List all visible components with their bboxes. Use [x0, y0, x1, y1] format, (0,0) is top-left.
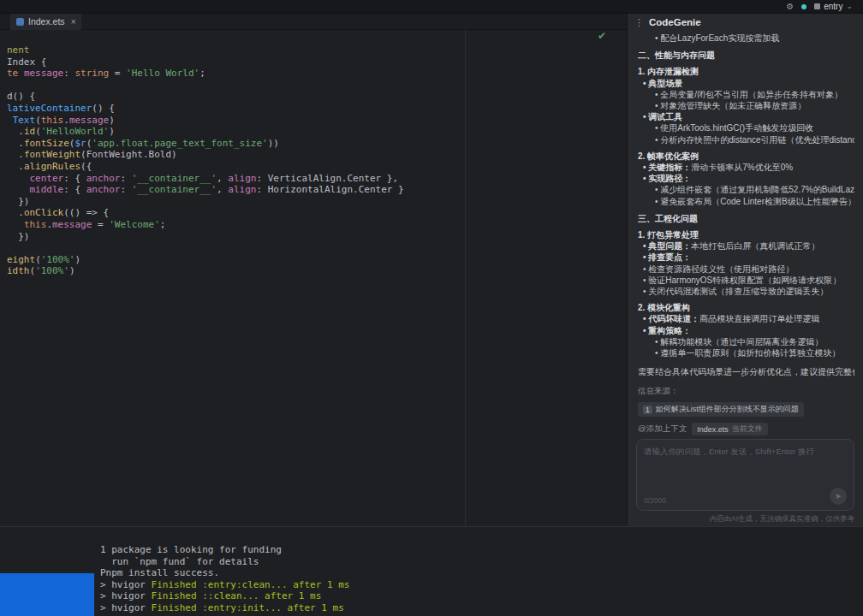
code-line: eight('100%') [7, 254, 404, 266]
module-icon [814, 3, 820, 9]
token: fontSize [24, 138, 69, 149]
send-icon: ➤ [835, 492, 842, 500]
assistant-line: • 解耦功能模块（通过中间层隔离业务逻辑） [638, 336, 854, 347]
token: . [7, 207, 24, 218]
gear-icon[interactable]: ⚙ [786, 3, 794, 11]
token: : [63, 68, 74, 79]
close-icon[interactable]: × [71, 17, 76, 27]
token: }) [7, 196, 30, 207]
assistant-line: • 排查要点： [638, 252, 854, 263]
run-config-label: entry [824, 2, 842, 11]
token: idth [7, 265, 30, 276]
assistant-line: 需要结合具体代码场景进一步分析优化点，建议提供完整代码片段以便精准定位问题 [638, 366, 854, 377]
code-line: idth('100%') [7, 265, 404, 277]
editor-pane: Index.ets × nentIndex {te message: strin… [0, 14, 627, 526]
assistant-line: • 关键指标：滑动卡顿率从7%优化至0% [638, 162, 854, 173]
token: Pnpm install success. [100, 567, 219, 578]
token: message [24, 68, 63, 79]
token: align [228, 184, 256, 195]
ai-disclaimer: 内容由AI生成，无法确保真实准确，仅供参考 [628, 511, 863, 526]
code-line: .onClick(() => { [7, 207, 404, 219]
token: eight [7, 254, 35, 265]
token: message [69, 115, 109, 126]
terminal-line: > hvigor Finished :entry:clean... after … [100, 579, 863, 591]
panel-header: ⋮ CodeGenie [628, 14, 863, 31]
kebab-menu-icon[interactable]: ⋮ [634, 17, 644, 28]
assistant-line: • 代码坏味道：商品模块直接调用订单处理逻辑 [638, 313, 854, 324]
editor-tab-bar: Index.ets × [0, 14, 627, 30]
code-line: Index { [7, 56, 404, 68]
status-dot-icon [801, 4, 806, 9]
token: ) [69, 265, 75, 276]
token: '100%' [41, 254, 75, 265]
token: onClick [24, 207, 63, 218]
assistant-line: • 关闭代码混淆测试（排查压缩导致的逻辑丢失） [638, 286, 854, 297]
chevron-down-icon: ⌄ [846, 3, 853, 10]
chat-input[interactable]: 请输入你的问题，Enter 发送，Shift+Enter 换行 0/2000 ➤ [636, 439, 854, 511]
code-line: }) [7, 196, 404, 208]
chat-input-placeholder: 请输入你的问题，Enter 发送，Shift+Enter 换行 [644, 447, 847, 458]
code-line: d() { [7, 91, 404, 103]
assistant-response: • 配合LazyForEach实现按需加载二、性能与内存问题1. 内存泄漏检测•… [628, 31, 863, 418]
token: id [24, 126, 35, 137]
token: 'app.float.page_text_font_size' [92, 138, 267, 149]
token: d() { [7, 91, 35, 102]
token: string [74, 68, 109, 79]
terminal-line: run `npm fund` for details [100, 556, 863, 568]
token: > hvigor [100, 590, 152, 601]
code-line: Text(this.message) [7, 115, 404, 127]
token: ) [75, 254, 81, 265]
token: : VerticalAlign.Center }, [256, 173, 398, 184]
run-config-selector[interactable]: entry ⌄ [814, 2, 853, 11]
source-chip[interactable]: 1如何解决List组件部分分割线不显示的问题 [638, 402, 804, 417]
background-window-fragment [0, 573, 94, 616]
assistant-line: • 遵循单一职责原则（如折扣价格计算独立模块） [638, 347, 854, 358]
token: , [217, 184, 228, 195]
token: }) [7, 231, 30, 242]
char-counter: 0/2000 [644, 496, 666, 505]
context-chip[interactable]: Index.ets 当前文件 [692, 423, 768, 435]
assistant-line: 1. 打包异常处理 [638, 229, 854, 240]
token: anchor [86, 184, 121, 195]
code-line: lativeContainer() { [7, 103, 404, 115]
token: message [52, 219, 92, 230]
token: ({ [80, 161, 92, 172]
token: ; [199, 68, 205, 79]
add-context-button[interactable]: @添加上下文 [638, 424, 687, 435]
panel-title: CodeGenie [649, 17, 701, 27]
token: '__container__' [132, 184, 217, 195]
code-line: .fontWeight(FontWeight.Bold) [7, 149, 404, 161]
token: this [24, 219, 47, 230]
terminal-panel[interactable]: 1 package is looking for funding run `np… [0, 526, 863, 616]
token: middle [30, 184, 64, 195]
token [7, 219, 24, 230]
token: ) [109, 126, 115, 137]
token: 1 package is looking for funding [100, 544, 282, 555]
assistant-line: • 典型场景 [638, 78, 854, 89]
token: ( [35, 115, 41, 126]
source-chip-list: 1如何解决List组件部分分割线不显示的问题2组件复用即时诊断分析3鸿蒙5开发宝… [638, 402, 854, 418]
code-editor[interactable]: nentIndex {te message: string = 'Hello W… [7, 44, 404, 277]
terminal-line: 1 package is looking for funding [100, 544, 863, 556]
context-chip-tag: 当前文件 [732, 424, 763, 435]
terminal-line: Pnpm install success. [100, 567, 863, 579]
inspection-ok-icon[interactable]: ✔ [598, 31, 606, 41]
context-row: @添加上下文 Index.ets 当前文件 [638, 423, 854, 435]
token: lativeContainer [7, 103, 92, 114]
token [7, 173, 30, 184]
file-icon [16, 18, 24, 26]
token: ( [35, 126, 41, 137]
source-title: 如何解决List组件部分分割线不显示的问题 [656, 404, 799, 415]
editor-guide-line [465, 30, 466, 526]
code-line: nent [7, 44, 404, 56]
tab-index-ets[interactable]: Index.ets × [10, 14, 81, 30]
token: center [30, 173, 64, 184]
token: this [41, 115, 64, 126]
token: : { [63, 173, 86, 184]
code-line: this.message = 'Welcome'; [7, 219, 404, 231]
code-line [7, 80, 404, 92]
token: Index { [7, 56, 46, 68]
token: 'Welcome' [109, 219, 160, 230]
source-number: 1 [643, 406, 652, 414]
send-button[interactable]: ➤ [830, 488, 847, 505]
